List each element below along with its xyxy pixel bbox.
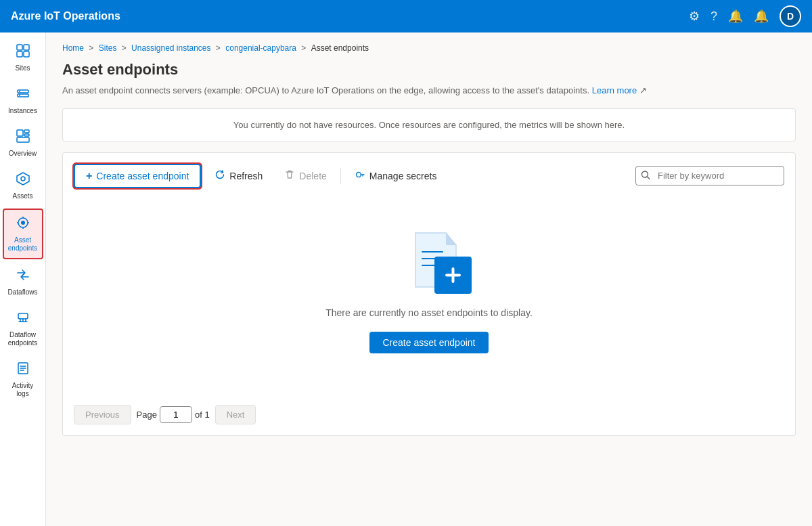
main-panel: + Create asset endpoint Refresh — [62, 152, 796, 436]
breadcrumb-home[interactable]: Home — [62, 43, 84, 53]
svg-rect-3 — [24, 51, 29, 57]
main-layout: Sites Instances — [0, 32, 812, 526]
sidebar-item-dataflow-endpoints[interactable]: Dataflow endpoints — [3, 305, 43, 353]
sidebar-overview-label: Overview — [9, 150, 37, 158]
sidebar: Sites Instances — [0, 32, 46, 526]
avatar[interactable]: D — [780, 5, 801, 27]
empty-state-message: There are currently no asset endpoints t… — [325, 307, 533, 318]
svg-rect-11 — [17, 137, 29, 142]
assets-icon — [16, 171, 30, 190]
filter-input[interactable] — [635, 166, 784, 185]
sidebar-item-asset-endpoints[interactable]: Asset endpoints — [3, 209, 43, 259]
svg-point-12 — [21, 177, 25, 181]
page-title: Asset endpoints — [62, 61, 796, 79]
refresh-button[interactable]: Refresh — [206, 165, 271, 187]
svg-point-14 — [21, 221, 25, 225]
breadcrumb-unassigned[interactable]: Unassigned instances — [131, 43, 210, 53]
filter-wrap — [635, 166, 784, 185]
help-icon[interactable]: ? — [710, 9, 717, 24]
sidebar-dataflow-endpoints-label: Dataflow endpoints — [5, 331, 41, 347]
svg-rect-9 — [24, 130, 29, 133]
svg-rect-8 — [17, 130, 23, 136]
breadcrumb: Home > Sites > Unassigned instances > co… — [62, 43, 796, 53]
sidebar-activity-logs-label: Activity logs — [5, 382, 41, 398]
manage-secrets-button[interactable]: Manage secrets — [346, 165, 445, 187]
key-icon — [355, 169, 365, 182]
info-box: You currently do not have resources. Onc… — [62, 108, 796, 141]
page-description: An asset endpoint connects servers (exam… — [62, 84, 796, 97]
toolbar: + Create asset endpoint Refresh — [74, 164, 784, 188]
sidebar-dataflows-label: Dataflows — [8, 288, 38, 297]
create-asset-endpoint-center-button[interactable]: Create asset endpoint — [369, 332, 489, 353]
sites-icon — [16, 43, 30, 62]
page-of-label: of 1 — [195, 410, 210, 420]
search-icon — [641, 170, 650, 181]
instances-icon — [16, 86, 30, 104]
learn-more-link[interactable]: Learn more — [592, 85, 637, 95]
svg-point-6 — [19, 91, 20, 92]
svg-rect-10 — [24, 134, 29, 136]
empty-state: There are currently no asset endpoints t… — [74, 199, 784, 394]
svg-rect-0 — [17, 45, 22, 50]
sidebar-item-instances[interactable]: Instances — [3, 81, 43, 120]
page-number-input[interactable] — [160, 406, 192, 423]
page-label: Page — [137, 410, 157, 420]
topbar: Azure IoT Operations ⚙ ? 🔔 🔔 D — [0, 0, 812, 32]
activity-logs-icon — [16, 361, 30, 379]
pagination: Previous Page of 1 Next — [74, 405, 784, 424]
sidebar-asset-endpoints-label: Asset endpoints — [7, 236, 39, 253]
app-title: Azure IoT Operations — [11, 10, 689, 22]
settings-icon[interactable]: ⚙ — [689, 9, 700, 24]
toolbar-divider — [340, 168, 341, 184]
dataflows-icon — [16, 267, 30, 286]
page-input-wrap: Page of 1 — [137, 406, 210, 423]
notification-icon[interactable]: 🔔 — [754, 9, 769, 24]
svg-rect-1 — [24, 45, 29, 50]
sidebar-instances-label: Instances — [8, 107, 37, 115]
refresh-icon — [215, 169, 225, 182]
breadcrumb-current: Asset endpoints — [311, 43, 369, 53]
sidebar-assets-label: Assets — [12, 192, 32, 200]
dataflow-endpoints-icon — [16, 310, 30, 328]
svg-line-26 — [648, 177, 650, 179]
svg-rect-2 — [17, 51, 22, 57]
create-asset-endpoint-button[interactable]: + Create asset endpoint — [74, 164, 201, 188]
sidebar-item-dataflows[interactable]: Dataflows — [3, 262, 43, 302]
empty-state-icon — [395, 226, 463, 294]
svg-point-7 — [19, 95, 20, 96]
feedback-icon[interactable]: 🔔 — [728, 9, 743, 24]
sidebar-item-assets[interactable]: Assets — [3, 166, 43, 206]
sidebar-item-activity-logs[interactable]: Activity logs — [3, 355, 43, 403]
sidebar-item-sites[interactable]: Sites — [3, 38, 43, 78]
delete-icon — [284, 169, 295, 182]
delete-button[interactable]: Delete — [276, 165, 334, 187]
sidebar-item-overview[interactable]: Overview — [3, 123, 43, 163]
sidebar-sites-label: Sites — [15, 64, 30, 72]
topbar-icons: ⚙ ? 🔔 🔔 D — [689, 5, 801, 27]
breadcrumb-instance[interactable]: congenial-capybara — [225, 43, 296, 53]
previous-button[interactable]: Previous — [74, 405, 131, 424]
content-area: Home > Sites > Unassigned instances > co… — [46, 32, 812, 526]
plus-icon: + — [86, 170, 92, 182]
next-button[interactable]: Next — [215, 405, 256, 424]
overview-icon — [16, 129, 30, 147]
breadcrumb-sites[interactable]: Sites — [99, 43, 117, 53]
asset-endpoints-icon — [16, 215, 30, 234]
